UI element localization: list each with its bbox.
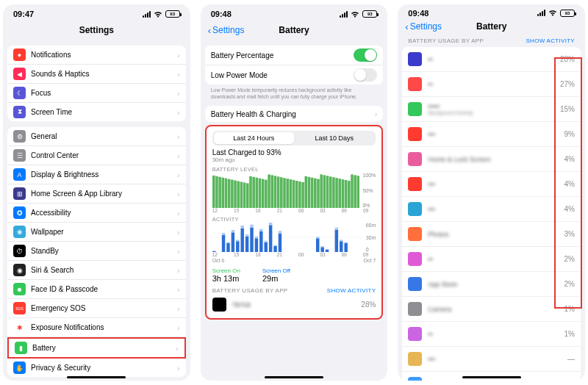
settings-row[interactable]: ✋Privacy & Security› (7, 359, 186, 377)
app-usage-row[interactable]: •••9% (402, 122, 581, 147)
app-usage-row[interactable]: ••28% (402, 47, 581, 72)
show-activity-button[interactable]: SHOW ACTIVITY (327, 287, 376, 294)
app-usage-row[interactable]: ••2% (402, 247, 581, 272)
settings-row[interactable]: ◀︎Sounds & Haptics› (7, 65, 186, 84)
app-icon (212, 298, 226, 312)
app-icon (408, 377, 422, 381)
row-icon: ▮ (15, 342, 27, 354)
svg-rect-68 (259, 229, 262, 231)
svg-rect-10 (240, 182, 243, 209)
app-usage-row[interactable]: ••27% (402, 72, 581, 97)
settings-row[interactable]: ◉Siri & Search› (7, 261, 186, 280)
show-activity-button[interactable]: SHOW ACTIVITY (526, 37, 575, 44)
row-icon: ☾ (13, 87, 26, 99)
settings-row[interactable]: ADisplay & Brightness› (7, 165, 186, 184)
back-button[interactable]: ‹Settings (405, 21, 442, 32)
tab-10d[interactable]: Last 10 Days (294, 132, 374, 144)
settings-row[interactable]: ✪Accessibility› (7, 204, 186, 223)
app-label: Home & Lock Screen (428, 156, 564, 163)
app-icon (408, 77, 422, 91)
app-usage-row[interactable]: •••4% (402, 172, 581, 197)
app-icon (408, 327, 422, 341)
app-usage-row[interactable]: ••1% (402, 322, 581, 347)
chevron-right-icon: › (177, 209, 180, 217)
svg-rect-4 (221, 178, 224, 208)
svg-rect-31 (304, 176, 307, 208)
svg-rect-45 (348, 181, 351, 208)
svg-rect-52 (221, 233, 224, 235)
page-title: Battery (476, 21, 506, 32)
app-percent: 28% (560, 55, 575, 63)
battery-percentage-row[interactable]: Battery Percentage (205, 46, 384, 65)
row-icon: ⏱ (13, 245, 26, 257)
signal-icon (537, 10, 545, 16)
app-percent: 1% (564, 305, 575, 313)
low-power-toggle[interactable] (354, 68, 377, 82)
row-icon: ☰ (13, 149, 26, 162)
app-label: •• (428, 331, 564, 338)
row-icon: ● (13, 48, 26, 61)
settings-row[interactable]: ☰Control Center› (7, 146, 186, 165)
svg-rect-48 (356, 176, 359, 209)
settings-row[interactable]: ✱Exposure Notifications› (7, 318, 186, 337)
row-label: Notifications (31, 51, 174, 59)
row-icon: ⊞ (13, 187, 26, 200)
app-label: App Store (428, 281, 564, 288)
settings-row[interactable]: ⏱StandBy› (7, 242, 186, 261)
settings-row[interactable]: ⊞Home Screen & App Library› (7, 184, 186, 204)
app-usage-row[interactable]: •••••Background Activity15% (402, 97, 581, 122)
home-indicator (67, 376, 126, 378)
battery-health-row[interactable]: Battery Health & Charging › (205, 106, 384, 122)
svg-rect-65 (254, 239, 257, 253)
svg-rect-47 (354, 176, 356, 209)
low-power-row[interactable]: Low Power Mode (205, 65, 384, 84)
row-icon: ⧗ (13, 106, 26, 118)
tab-24h[interactable]: Last 24 Hours (214, 132, 294, 144)
settings-row[interactable]: ❀Wallpaper› (7, 223, 186, 242)
settings-row[interactable]: ▮Battery› (7, 337, 186, 359)
screen-off-summary: Screen Off 29m (262, 267, 290, 283)
settings-row[interactable]: ⧗Screen Time› (7, 103, 186, 121)
app-percent: 9% (564, 130, 575, 138)
chevron-right-icon: › (177, 228, 180, 237)
svg-rect-14 (252, 177, 255, 208)
svg-rect-36 (320, 175, 323, 209)
settings-row[interactable]: ●Notifications› (7, 46, 186, 65)
app-usage-row[interactable]: Camera1% (402, 297, 581, 322)
app-usage-row[interactable]: App Store2% (402, 272, 581, 297)
activity-chart (212, 223, 363, 252)
app-label: •• (428, 256, 564, 263)
svg-rect-21 (273, 176, 276, 209)
svg-rect-24 (283, 178, 286, 208)
chevron-right-icon: › (177, 285, 180, 294)
signal-icon (143, 11, 151, 18)
nav-bar: ‹Settings Battery (201, 21, 388, 40)
app-usage-row[interactable]: •••4% (402, 197, 581, 222)
app-usage-row[interactable]: Photos3% (402, 222, 581, 247)
chevron-right-icon: › (177, 364, 180, 373)
settings-row[interactable]: ⚙General› (7, 127, 186, 146)
battery-percent-toggle[interactable] (354, 48, 377, 62)
svg-rect-37 (323, 176, 326, 209)
battery-icon: 93 (560, 10, 575, 17)
settings-row[interactable]: ☻Face ID & Passcode› (7, 280, 186, 299)
battery-usage-card: Last 24 Hours Last 10 Days Last Charged … (205, 125, 384, 320)
settings-row[interactable]: SOSEmergency SOS› (7, 299, 186, 318)
app-label: •• (428, 81, 560, 88)
app-usage-row[interactable]: TikTok 28% (212, 295, 376, 314)
svg-rect-32 (307, 177, 310, 208)
app-icon (408, 352, 422, 366)
svg-rect-30 (301, 182, 304, 208)
app-percent: 2% (564, 280, 575, 288)
app-usage-row[interactable]: •••— (402, 347, 581, 372)
chevron-right-icon: › (177, 304, 180, 313)
svg-rect-58 (236, 240, 239, 242)
app-percent: 1% (564, 330, 575, 338)
row-icon: ◀︎ (13, 68, 26, 80)
back-button[interactable]: ‹Settings (208, 25, 245, 36)
chevron-left-icon: ‹ (405, 21, 408, 32)
svg-rect-86 (340, 240, 343, 242)
app-usage-row[interactable]: Home & Lock Screen4% (402, 147, 581, 172)
settings-row[interactable]: ☾Focus› (7, 84, 186, 103)
svg-rect-25 (286, 179, 289, 208)
